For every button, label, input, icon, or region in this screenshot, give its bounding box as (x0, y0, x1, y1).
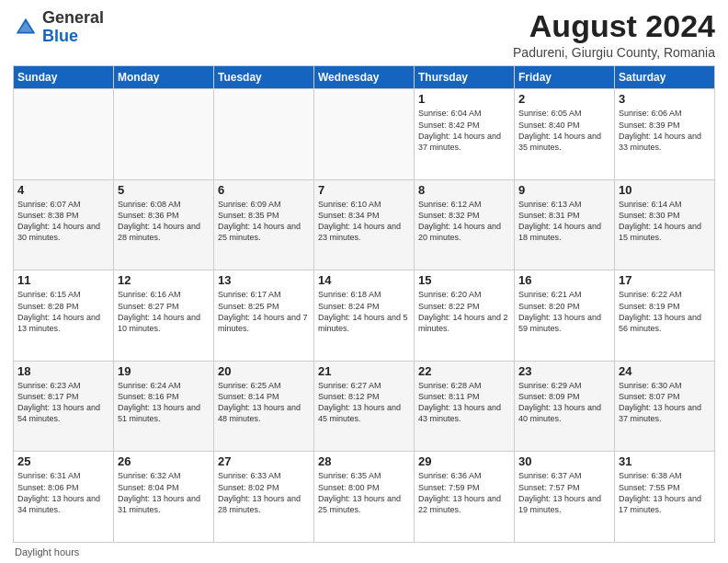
day-info-2-3: Sunrise: 6:18 AM Sunset: 8:24 PM Dayligh… (318, 289, 410, 334)
day-number-4-4: 29 (418, 454, 510, 468)
day-number-4-5: 30 (518, 454, 610, 468)
calendar: Sunday Monday Tuesday Wednesday Thursday… (13, 65, 715, 543)
day-number-4-6: 31 (619, 454, 711, 468)
day-info-3-5: Sunrise: 6:29 AM Sunset: 8:09 PM Dayligh… (518, 380, 610, 425)
calendar-cell-0-6: 3Sunrise: 6:06 AM Sunset: 8:39 PM Daylig… (615, 89, 715, 180)
day-info-3-3: Sunrise: 6:27 AM Sunset: 8:12 PM Dayligh… (318, 380, 410, 425)
day-number-2-0: 11 (17, 273, 109, 287)
calendar-cell-1-2: 6Sunrise: 6:09 AM Sunset: 8:35 PM Daylig… (214, 179, 314, 270)
calendar-cell-2-6: 17Sunrise: 6:22 AM Sunset: 8:19 PM Dayli… (615, 270, 715, 362)
day-number-1-2: 6 (218, 183, 310, 197)
header-saturday: Saturday (615, 66, 715, 89)
day-info-1-2: Sunrise: 6:09 AM Sunset: 8:35 PM Dayligh… (218, 199, 310, 244)
week-row-2: 11Sunrise: 6:15 AM Sunset: 8:28 PM Dayli… (14, 270, 715, 362)
calendar-cell-0-2 (214, 89, 314, 180)
daylight-label: Daylight hours (15, 546, 79, 557)
day-info-1-5: Sunrise: 6:13 AM Sunset: 8:31 PM Dayligh… (518, 199, 610, 244)
day-number-1-1: 5 (118, 183, 210, 197)
title-section: August 2024 Padureni, Giurgiu County, Ro… (513, 9, 715, 60)
logo-blue: Blue (42, 27, 78, 45)
day-info-3-6: Sunrise: 6:30 AM Sunset: 8:07 PM Dayligh… (619, 380, 711, 425)
day-number-2-4: 15 (418, 273, 510, 287)
day-info-4-0: Sunrise: 6:31 AM Sunset: 8:06 PM Dayligh… (17, 470, 109, 515)
day-info-3-2: Sunrise: 6:25 AM Sunset: 8:14 PM Dayligh… (218, 380, 310, 425)
day-number-3-1: 19 (118, 364, 210, 378)
day-number-2-5: 16 (518, 273, 610, 287)
day-number-4-1: 26 (118, 454, 210, 468)
header-friday: Friday (515, 66, 615, 89)
week-row-1: 4Sunrise: 6:07 AM Sunset: 8:38 PM Daylig… (14, 179, 715, 270)
day-info-4-5: Sunrise: 6:37 AM Sunset: 7:57 PM Dayligh… (518, 470, 610, 515)
calendar-cell-2-2: 13Sunrise: 6:17 AM Sunset: 8:25 PM Dayli… (214, 270, 314, 362)
header-wednesday: Wednesday (314, 66, 415, 89)
calendar-cell-2-4: 15Sunrise: 6:20 AM Sunset: 8:22 PM Dayli… (415, 270, 515, 362)
day-number-2-6: 17 (619, 273, 711, 287)
calendar-header: Sunday Monday Tuesday Wednesday Thursday… (14, 66, 715, 89)
calendar-cell-4-5: 30Sunrise: 6:37 AM Sunset: 7:57 PM Dayli… (515, 452, 615, 543)
day-info-3-0: Sunrise: 6:23 AM Sunset: 8:17 PM Dayligh… (17, 380, 109, 425)
header-thursday: Thursday (415, 66, 515, 89)
day-number-3-0: 18 (17, 364, 109, 378)
day-info-4-4: Sunrise: 6:36 AM Sunset: 7:59 PM Dayligh… (418, 470, 510, 515)
month-year: August 2024 (513, 9, 715, 43)
logo-icon (13, 15, 39, 40)
day-info-4-6: Sunrise: 6:38 AM Sunset: 7:55 PM Dayligh… (619, 470, 711, 515)
day-info-2-5: Sunrise: 6:21 AM Sunset: 8:20 PM Dayligh… (518, 289, 610, 334)
day-info-2-6: Sunrise: 6:22 AM Sunset: 8:19 PM Dayligh… (619, 289, 711, 334)
page: General Blue August 2024 Padureni, Giurg… (0, 0, 728, 563)
logo-general: General (42, 8, 104, 27)
calendar-cell-0-0 (14, 89, 114, 180)
day-info-1-0: Sunrise: 6:07 AM Sunset: 8:38 PM Dayligh… (17, 199, 109, 244)
day-number-3-6: 24 (619, 364, 711, 378)
day-info-1-6: Sunrise: 6:14 AM Sunset: 8:30 PM Dayligh… (619, 199, 711, 244)
day-info-2-1: Sunrise: 6:16 AM Sunset: 8:27 PM Dayligh… (118, 289, 210, 334)
calendar-cell-2-5: 16Sunrise: 6:21 AM Sunset: 8:20 PM Dayli… (515, 270, 615, 362)
calendar-cell-2-0: 11Sunrise: 6:15 AM Sunset: 8:28 PM Dayli… (14, 270, 114, 362)
calendar-cell-3-2: 20Sunrise: 6:25 AM Sunset: 8:14 PM Dayli… (214, 361, 314, 452)
day-number-4-2: 27 (218, 454, 310, 468)
weekday-row: Sunday Monday Tuesday Wednesday Thursday… (14, 66, 715, 89)
logo: General Blue (13, 9, 104, 46)
header-monday: Monday (114, 66, 214, 89)
calendar-cell-0-1 (114, 89, 214, 180)
day-number-0-5: 2 (518, 92, 610, 106)
day-number-3-5: 23 (518, 364, 610, 378)
calendar-cell-2-3: 14Sunrise: 6:18 AM Sunset: 8:24 PM Dayli… (314, 270, 415, 362)
calendar-cell-4-2: 27Sunrise: 6:33 AM Sunset: 8:02 PM Dayli… (214, 452, 314, 543)
day-info-2-2: Sunrise: 6:17 AM Sunset: 8:25 PM Dayligh… (218, 289, 310, 334)
location: Padureni, Giurgiu County, Romania (513, 45, 715, 60)
day-number-3-4: 22 (418, 364, 510, 378)
calendar-cell-1-1: 5Sunrise: 6:08 AM Sunset: 8:36 PM Daylig… (114, 179, 214, 270)
day-number-0-4: 1 (418, 92, 510, 106)
day-info-4-3: Sunrise: 6:35 AM Sunset: 8:00 PM Dayligh… (318, 470, 410, 515)
day-info-4-1: Sunrise: 6:32 AM Sunset: 8:04 PM Dayligh… (118, 470, 210, 515)
calendar-cell-3-3: 21Sunrise: 6:27 AM Sunset: 8:12 PM Dayli… (314, 361, 415, 452)
week-row-0: 1Sunrise: 6:04 AM Sunset: 8:42 PM Daylig… (14, 89, 715, 180)
header: General Blue August 2024 Padureni, Giurg… (13, 9, 715, 60)
day-number-4-0: 25 (17, 454, 109, 468)
footer-note: Daylight hours (13, 546, 715, 557)
day-number-2-2: 13 (218, 273, 310, 287)
calendar-cell-1-6: 10Sunrise: 6:14 AM Sunset: 8:30 PM Dayli… (615, 179, 715, 270)
day-info-1-1: Sunrise: 6:08 AM Sunset: 8:36 PM Dayligh… (118, 199, 210, 244)
day-number-1-6: 10 (619, 183, 711, 197)
calendar-cell-3-0: 18Sunrise: 6:23 AM Sunset: 8:17 PM Dayli… (14, 361, 114, 452)
calendar-cell-3-5: 23Sunrise: 6:29 AM Sunset: 8:09 PM Dayli… (515, 361, 615, 452)
day-info-0-6: Sunrise: 6:06 AM Sunset: 8:39 PM Dayligh… (619, 108, 711, 153)
calendar-cell-1-4: 8Sunrise: 6:12 AM Sunset: 8:32 PM Daylig… (415, 179, 515, 270)
day-info-3-4: Sunrise: 6:28 AM Sunset: 8:11 PM Dayligh… (418, 380, 510, 425)
calendar-cell-3-6: 24Sunrise: 6:30 AM Sunset: 8:07 PM Dayli… (615, 361, 715, 452)
calendar-cell-0-3 (314, 89, 415, 180)
day-number-1-3: 7 (318, 183, 410, 197)
day-info-4-2: Sunrise: 6:33 AM Sunset: 8:02 PM Dayligh… (218, 470, 310, 515)
calendar-cell-1-0: 4Sunrise: 6:07 AM Sunset: 8:38 PM Daylig… (14, 179, 114, 270)
header-sunday: Sunday (14, 66, 114, 89)
calendar-cell-0-4: 1Sunrise: 6:04 AM Sunset: 8:42 PM Daylig… (415, 89, 515, 180)
day-number-2-1: 12 (118, 273, 210, 287)
week-row-4: 25Sunrise: 6:31 AM Sunset: 8:06 PM Dayli… (14, 452, 715, 543)
logo-text: General Blue (42, 9, 104, 46)
day-number-4-3: 28 (318, 454, 410, 468)
day-number-3-2: 20 (218, 364, 310, 378)
calendar-cell-4-6: 31Sunrise: 6:38 AM Sunset: 7:55 PM Dayli… (615, 452, 715, 543)
day-info-0-4: Sunrise: 6:04 AM Sunset: 8:42 PM Dayligh… (418, 108, 510, 153)
